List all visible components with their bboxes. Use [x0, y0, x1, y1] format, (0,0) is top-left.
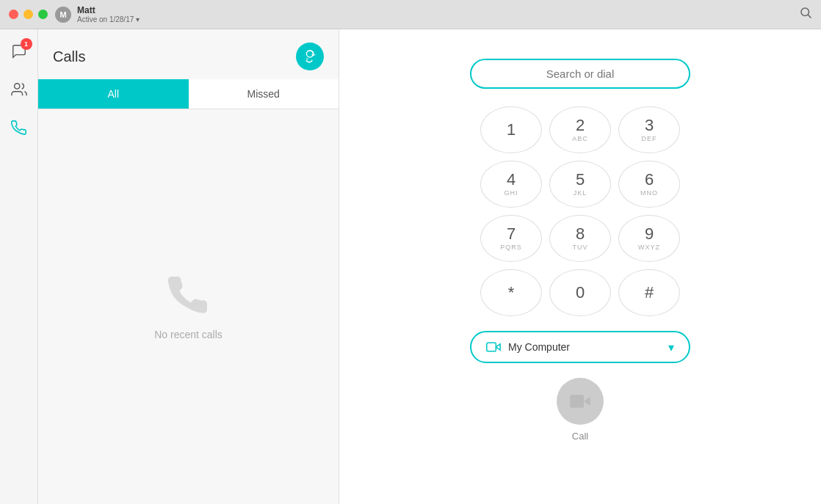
messages-badge: 1: [21, 38, 32, 50]
user-avatar: M: [55, 7, 71, 23]
device-selector[interactable]: My Computer ▾: [470, 331, 690, 363]
traffic-lights: [9, 10, 48, 19]
calls-panel: Calls All Missed No recent calls: [38, 29, 339, 504]
sidebar-item-contacts[interactable]: [6, 76, 32, 103]
chevron-down-icon: ▾: [668, 340, 674, 354]
search-icon[interactable]: [799, 6, 812, 23]
dial-key-*[interactable]: *: [480, 269, 542, 316]
user-name: Matt: [77, 5, 140, 15]
dialer-panel: 12ABC3DEF4GHI5JKL6MNO7PQRS8TUV9WXYZ*0# M…: [339, 29, 821, 504]
dial-key-5[interactable]: 5JKL: [549, 161, 611, 208]
svg-point-2: [14, 84, 19, 89]
calls-empty-state: No recent calls: [38, 109, 339, 504]
call-button[interactable]: [557, 378, 604, 425]
device-selector-left: My Computer: [486, 340, 570, 354]
app-body: 1 Calls: [0, 29, 821, 504]
dialpad: 12ABC3DEF4GHI5JKL6MNO7PQRS8TUV9WXYZ*0#: [480, 106, 680, 316]
touch-button[interactable]: [296, 43, 324, 70]
minimize-button[interactable]: [23, 10, 33, 19]
close-button[interactable]: [9, 10, 18, 19]
search-dial-input[interactable]: [486, 67, 674, 80]
svg-marker-4: [496, 344, 500, 350]
maximize-button[interactable]: [38, 10, 48, 19]
calls-title: Calls: [53, 48, 85, 65]
search-dial-wrapper[interactable]: [470, 59, 690, 89]
svg-rect-6: [570, 395, 584, 408]
call-button-area: Call: [557, 378, 604, 442]
dial-key-1[interactable]: 1: [480, 106, 542, 153]
sidebar-item-messages[interactable]: 1: [6, 38, 32, 65]
calls-tabs: All Missed: [38, 79, 339, 109]
svg-line-1: [808, 15, 811, 18]
device-label: My Computer: [508, 341, 570, 353]
dial-key-9[interactable]: 9WXYZ: [618, 215, 680, 262]
chevron-down-icon: ▾: [136, 15, 140, 23]
tab-missed[interactable]: Missed: [189, 79, 339, 109]
user-info: Matt Active on 1/28/17 ▾: [77, 5, 140, 23]
svg-marker-7: [584, 397, 590, 406]
dial-key-2[interactable]: 2ABC: [549, 106, 611, 153]
dial-key-4[interactable]: 4GHI: [480, 161, 542, 208]
dial-key-#[interactable]: #: [618, 269, 680, 316]
svg-rect-5: [487, 343, 496, 351]
dial-key-7[interactable]: 7PQRS: [480, 215, 542, 262]
empty-state-text: No recent calls: [154, 329, 223, 340]
dial-key-3[interactable]: 3DEF: [618, 106, 680, 153]
video-icon: [486, 340, 501, 354]
svg-point-0: [801, 8, 809, 16]
call-label: Call: [572, 431, 588, 442]
titlebar: M Matt Active on 1/28/17 ▾: [0, 0, 821, 29]
dial-key-0[interactable]: 0: [549, 269, 611, 316]
sidebar-item-calls[interactable]: [6, 114, 32, 141]
svg-point-3: [306, 51, 313, 57]
dial-key-8[interactable]: 8TUV: [549, 215, 611, 262]
calls-header: Calls: [38, 29, 339, 79]
dial-key-6[interactable]: 6MNO: [618, 161, 680, 208]
icon-sidebar: 1: [0, 29, 38, 504]
tab-all[interactable]: All: [38, 79, 189, 109]
user-status: Active on 1/28/17 ▾: [77, 15, 140, 23]
